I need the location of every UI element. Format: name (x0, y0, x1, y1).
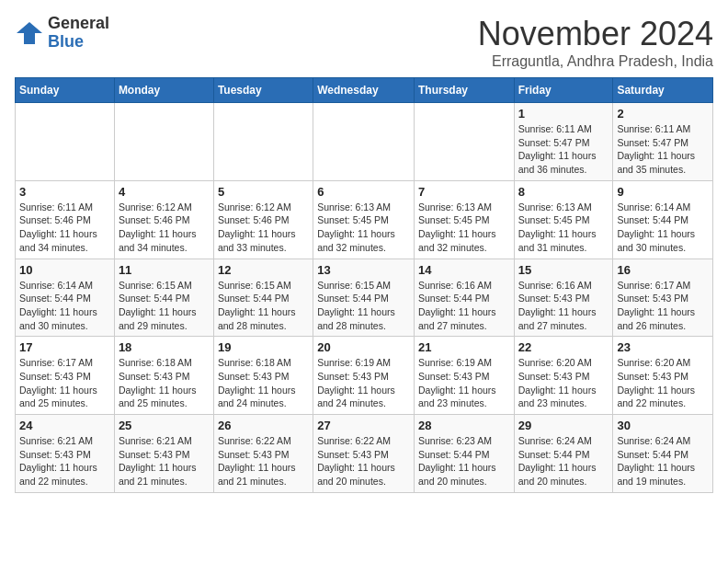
day-info: Sunrise: 6:14 AM Sunset: 5:44 PM Dayligh… (19, 279, 110, 333)
day-cell: 20Sunrise: 6:19 AM Sunset: 5:43 PM Dayli… (313, 337, 415, 415)
day-info: Sunrise: 6:17 AM Sunset: 5:43 PM Dayligh… (617, 279, 709, 333)
day-cell: 10Sunrise: 6:14 AM Sunset: 5:44 PM Dayli… (16, 259, 115, 337)
header-sunday: Sunday (16, 78, 115, 103)
day-number: 8 (518, 185, 609, 199)
day-number: 21 (418, 340, 510, 354)
logo-blue-text: Blue (48, 33, 109, 52)
day-number: 29 (518, 419, 609, 432)
svg-marker-0 (17, 22, 42, 44)
day-info: Sunrise: 6:13 AM Sunset: 5:45 PM Dayligh… (317, 201, 410, 255)
day-number: 24 (19, 419, 110, 432)
day-info: Sunrise: 6:24 AM Sunset: 5:44 PM Dayligh… (617, 434, 709, 488)
day-cell: 2Sunrise: 6:11 AM Sunset: 5:47 PM Daylig… (613, 103, 713, 181)
day-number: 25 (119, 419, 210, 432)
day-cell (16, 103, 115, 181)
day-cell: 26Sunrise: 6:22 AM Sunset: 5:43 PM Dayli… (213, 415, 313, 493)
day-info: Sunrise: 6:22 AM Sunset: 5:43 PM Dayligh… (218, 434, 309, 488)
day-cell: 11Sunrise: 6:15 AM Sunset: 5:44 PM Dayli… (114, 259, 213, 337)
day-number: 4 (119, 185, 210, 199)
day-cell: 27Sunrise: 6:22 AM Sunset: 5:43 PM Dayli… (313, 415, 415, 493)
day-info: Sunrise: 6:18 AM Sunset: 5:43 PM Dayligh… (119, 356, 210, 410)
location-title: Erraguntla, Andhra Pradesh, India (478, 53, 713, 70)
week-row-4: 24Sunrise: 6:21 AM Sunset: 5:43 PM Dayli… (16, 415, 713, 493)
day-info: Sunrise: 6:20 AM Sunset: 5:43 PM Dayligh… (617, 356, 709, 410)
day-info: Sunrise: 6:12 AM Sunset: 5:46 PM Dayligh… (218, 201, 309, 255)
day-cell: 19Sunrise: 6:18 AM Sunset: 5:43 PM Dayli… (213, 337, 313, 415)
day-number: 7 (418, 185, 510, 199)
day-info: Sunrise: 6:13 AM Sunset: 5:45 PM Dayligh… (418, 201, 510, 255)
day-cell: 16Sunrise: 6:17 AM Sunset: 5:43 PM Dayli… (613, 259, 713, 337)
day-info: Sunrise: 6:15 AM Sunset: 5:44 PM Dayligh… (218, 279, 309, 333)
day-number: 1 (518, 107, 609, 121)
calendar-header: SundayMondayTuesdayWednesdayThursdayFrid… (16, 78, 713, 103)
day-cell: 7Sunrise: 6:13 AM Sunset: 5:45 PM Daylig… (414, 180, 514, 259)
logo-icon (15, 20, 44, 46)
day-cell (313, 103, 415, 181)
day-number: 22 (518, 340, 609, 354)
day-cell: 28Sunrise: 6:23 AM Sunset: 5:44 PM Dayli… (414, 415, 514, 493)
day-info: Sunrise: 6:15 AM Sunset: 5:44 PM Dayligh… (317, 279, 410, 333)
day-info: Sunrise: 6:14 AM Sunset: 5:44 PM Dayligh… (617, 201, 709, 255)
day-cell: 5Sunrise: 6:12 AM Sunset: 5:46 PM Daylig… (213, 180, 313, 259)
day-cell: 12Sunrise: 6:15 AM Sunset: 5:44 PM Dayli… (213, 259, 313, 337)
day-cell: 6Sunrise: 6:13 AM Sunset: 5:45 PM Daylig… (313, 180, 415, 259)
day-number: 10 (19, 263, 110, 277)
day-number: 5 (218, 185, 309, 199)
day-cell: 21Sunrise: 6:19 AM Sunset: 5:43 PM Dayli… (414, 337, 514, 415)
day-cell: 29Sunrise: 6:24 AM Sunset: 5:44 PM Dayli… (514, 415, 613, 493)
day-info: Sunrise: 6:11 AM Sunset: 5:46 PM Dayligh… (19, 201, 110, 255)
day-number: 6 (317, 185, 410, 199)
day-cell: 22Sunrise: 6:20 AM Sunset: 5:43 PM Dayli… (514, 337, 613, 415)
day-cell: 8Sunrise: 6:13 AM Sunset: 5:45 PM Daylig… (514, 180, 613, 259)
header-monday: Monday (114, 78, 213, 103)
week-row-2: 10Sunrise: 6:14 AM Sunset: 5:44 PM Dayli… (16, 259, 713, 337)
day-info: Sunrise: 6:15 AM Sunset: 5:44 PM Dayligh… (119, 279, 210, 333)
calendar-body: 1Sunrise: 6:11 AM Sunset: 5:47 PM Daylig… (16, 103, 713, 493)
day-cell (114, 103, 213, 181)
day-cell: 15Sunrise: 6:16 AM Sunset: 5:43 PM Dayli… (514, 259, 613, 337)
day-number: 17 (19, 340, 110, 354)
day-cell: 13Sunrise: 6:15 AM Sunset: 5:44 PM Dayli… (313, 259, 415, 337)
day-cell: 18Sunrise: 6:18 AM Sunset: 5:43 PM Dayli… (114, 337, 213, 415)
day-info: Sunrise: 6:17 AM Sunset: 5:43 PM Dayligh… (19, 356, 110, 410)
title-area: November 2024 Erraguntla, Andhra Pradesh… (478, 15, 713, 70)
day-info: Sunrise: 6:11 AM Sunset: 5:47 PM Dayligh… (617, 122, 709, 177)
day-cell (213, 103, 313, 181)
day-cell: 4Sunrise: 6:12 AM Sunset: 5:46 PM Daylig… (114, 180, 213, 259)
day-number: 3 (19, 185, 110, 199)
day-cell (414, 103, 514, 181)
day-info: Sunrise: 6:12 AM Sunset: 5:46 PM Dayligh… (119, 201, 210, 255)
header-saturday: Saturday (613, 78, 713, 103)
day-info: Sunrise: 6:23 AM Sunset: 5:44 PM Dayligh… (418, 434, 510, 488)
header: General Blue November 2024 Erraguntla, A… (15, 15, 713, 70)
header-friday: Friday (514, 78, 613, 103)
day-number: 23 (617, 340, 709, 354)
day-number: 11 (119, 263, 210, 277)
day-number: 27 (317, 419, 410, 432)
day-cell: 9Sunrise: 6:14 AM Sunset: 5:44 PM Daylig… (613, 180, 713, 259)
day-number: 26 (218, 419, 309, 432)
day-info: Sunrise: 6:16 AM Sunset: 5:44 PM Dayligh… (418, 279, 510, 333)
day-number: 13 (317, 263, 410, 277)
calendar: SundayMondayTuesdayWednesdayThursdayFrid… (15, 77, 713, 493)
week-row-3: 17Sunrise: 6:17 AM Sunset: 5:43 PM Dayli… (16, 337, 713, 415)
logo-text: General Blue (48, 15, 109, 52)
day-info: Sunrise: 6:19 AM Sunset: 5:43 PM Dayligh… (317, 356, 410, 410)
day-cell: 23Sunrise: 6:20 AM Sunset: 5:43 PM Dayli… (613, 337, 713, 415)
day-number: 28 (418, 419, 510, 432)
day-info: Sunrise: 6:21 AM Sunset: 5:43 PM Dayligh… (119, 434, 210, 488)
day-info: Sunrise: 6:18 AM Sunset: 5:43 PM Dayligh… (218, 356, 309, 410)
logo-general-text: General (48, 15, 109, 33)
day-number: 15 (518, 263, 609, 277)
header-thursday: Thursday (414, 78, 514, 103)
day-number: 14 (418, 263, 510, 277)
header-wednesday: Wednesday (313, 78, 415, 103)
day-info: Sunrise: 6:16 AM Sunset: 5:43 PM Dayligh… (518, 279, 609, 333)
day-info: Sunrise: 6:22 AM Sunset: 5:43 PM Dayligh… (317, 434, 410, 488)
day-info: Sunrise: 6:13 AM Sunset: 5:45 PM Dayligh… (518, 201, 609, 255)
day-number: 19 (218, 340, 309, 354)
day-info: Sunrise: 6:19 AM Sunset: 5:43 PM Dayligh… (418, 356, 510, 410)
day-info: Sunrise: 6:24 AM Sunset: 5:44 PM Dayligh… (518, 434, 609, 488)
day-info: Sunrise: 6:20 AM Sunset: 5:43 PM Dayligh… (518, 356, 609, 410)
day-cell: 1Sunrise: 6:11 AM Sunset: 5:47 PM Daylig… (514, 103, 613, 181)
